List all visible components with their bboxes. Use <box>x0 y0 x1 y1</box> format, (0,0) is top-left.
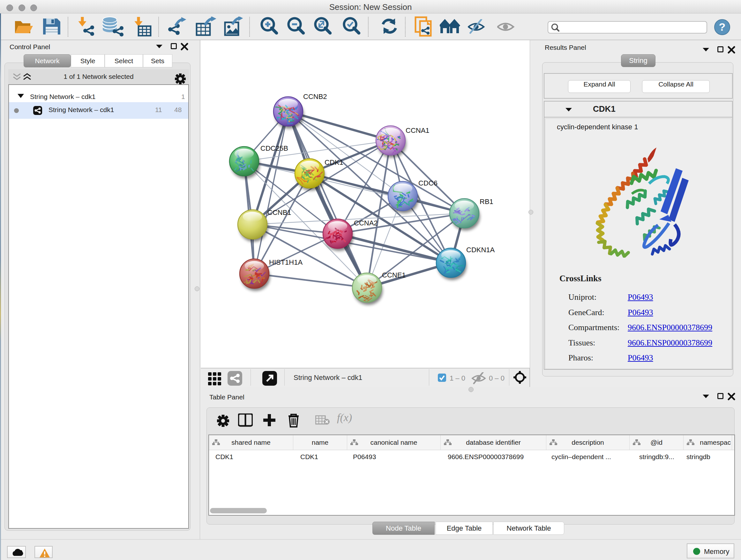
svg-text:CDC6: CDC6 <box>418 179 437 187</box>
svg-text:CCNE1: CCNE1 <box>382 271 406 279</box>
svg-text:CCNA1: CCNA1 <box>406 126 429 134</box>
svg-text:RB1: RB1 <box>480 198 493 206</box>
svg-text:?: ? <box>719 21 726 33</box>
svg-text:CCNB2: CCNB2 <box>303 92 327 101</box>
svg-text:CCNB1: CCNB1 <box>267 208 291 216</box>
svg-text:CDK1: CDK1 <box>325 159 343 166</box>
svg-text:CCNA2: CCNA2 <box>354 219 378 227</box>
svg-text:CDC25B: CDC25B <box>260 144 288 152</box>
svg-text:CDKN1A: CDKN1A <box>466 246 495 254</box>
svg-text:HIST1H1A: HIST1H1A <box>269 258 302 266</box>
